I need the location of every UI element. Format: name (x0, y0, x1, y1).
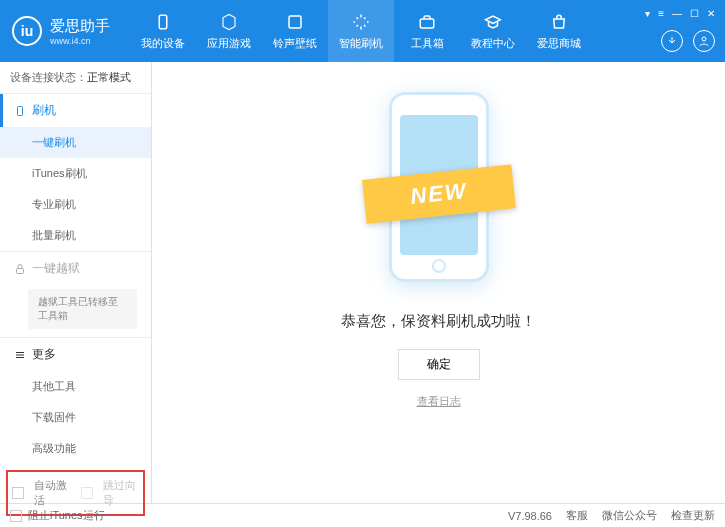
apps-icon (219, 12, 239, 32)
wallpaper-icon (285, 12, 305, 32)
svg-point-3 (702, 37, 706, 41)
sidebar-item-advanced[interactable]: 高级功能 (0, 433, 151, 464)
main-nav: 我的设备 应用游戏 铃声壁纸 智能刷机 工具箱 教程中心 爱思商城 (130, 0, 713, 62)
sidebar-item-download-firmware[interactable]: 下载固件 (0, 402, 151, 433)
checkbox-block-itunes[interactable] (10, 510, 22, 522)
menu-icon[interactable]: ▾ (645, 8, 650, 19)
new-banner: NEW (362, 164, 516, 223)
device-icon (153, 12, 173, 32)
svg-rect-2 (420, 19, 434, 28)
success-illustration: NEW (384, 92, 494, 292)
tray-icon[interactable]: ≡ (658, 8, 664, 19)
footer-update-link[interactable]: 检查更新 (671, 508, 715, 523)
device-status: 设备连接状态：正常模式 (0, 62, 151, 94)
view-log-link[interactable]: 查看日志 (417, 394, 461, 409)
block-itunes-label: 阻止iTunes运行 (28, 508, 105, 523)
app-header: iu 爱思助手 www.i4.cn 我的设备 应用游戏 铃声壁纸 智能刷机 工具… (0, 0, 725, 62)
svg-rect-5 (17, 268, 24, 273)
logo-icon: iu (12, 16, 42, 46)
svg-rect-0 (159, 15, 167, 29)
sidebar-item-batch-flash[interactable]: 批量刷机 (0, 220, 151, 251)
flash-icon (351, 12, 371, 32)
menu-lines-icon (14, 349, 26, 361)
toolbox-icon (417, 12, 437, 32)
nav-wallpaper[interactable]: 铃声壁纸 (262, 0, 328, 62)
sidebar-item-itunes-flash[interactable]: iTunes刷机 (0, 158, 151, 189)
auto-activate-label: 自动激活 (34, 478, 71, 508)
sidebar-section-flash[interactable]: 刷机 (0, 94, 151, 127)
nav-mall[interactable]: 爱思商城 (526, 0, 592, 62)
checkbox-skip-guide[interactable] (81, 487, 93, 499)
app-name: 爱思助手 (50, 17, 110, 36)
nav-toolbox[interactable]: 工具箱 (394, 0, 460, 62)
maximize-icon[interactable]: ☐ (690, 8, 699, 19)
close-icon[interactable]: ✕ (707, 8, 715, 19)
user-button[interactable] (693, 30, 715, 52)
download-button[interactable] (661, 30, 683, 52)
mall-icon (549, 12, 569, 32)
nav-tutorial[interactable]: 教程中心 (460, 0, 526, 62)
sidebar: 设备连接状态：正常模式 刷机 一键刷机 iTunes刷机 专业刷机 批量刷机 一… (0, 62, 152, 503)
ok-button[interactable]: 确定 (398, 349, 480, 380)
success-message: 恭喜您，保资料刷机成功啦！ (341, 312, 536, 331)
sidebar-item-pro-flash[interactable]: 专业刷机 (0, 189, 151, 220)
footer-wechat-link[interactable]: 微信公众号 (602, 508, 657, 523)
minimize-icon[interactable]: — (672, 8, 682, 19)
nav-apps[interactable]: 应用游戏 (196, 0, 262, 62)
sidebar-section-more[interactable]: 更多 (0, 338, 151, 371)
svg-rect-1 (289, 16, 301, 28)
jailbreak-moved-note: 越狱工具已转移至工具箱 (28, 289, 137, 329)
app-url: www.i4.cn (50, 36, 110, 46)
checkbox-auto-activate[interactable] (12, 487, 24, 499)
main-content: NEW 恭喜您，保资料刷机成功啦！ 确定 查看日志 (152, 62, 725, 503)
nav-my-device[interactable]: 我的设备 (130, 0, 196, 62)
version-label: V7.98.66 (508, 510, 552, 522)
sidebar-item-other-tools[interactable]: 其他工具 (0, 371, 151, 402)
header-action-buttons (661, 30, 715, 52)
logo: iu 爱思助手 www.i4.cn (12, 16, 110, 46)
tutorial-icon (483, 12, 503, 32)
footer-support-link[interactable]: 客服 (566, 508, 588, 523)
sidebar-item-oneclick-flash[interactable]: 一键刷机 (0, 127, 151, 158)
skip-guide-label: 跳过向导 (103, 478, 140, 508)
svg-rect-4 (18, 106, 23, 115)
lock-icon (14, 263, 26, 275)
nav-flash[interactable]: 智能刷机 (328, 0, 394, 62)
phone-icon (14, 105, 26, 117)
sidebar-section-jailbreak: 一键越狱 (0, 252, 151, 285)
window-controls: ▾ ≡ — ☐ ✕ (645, 8, 715, 19)
